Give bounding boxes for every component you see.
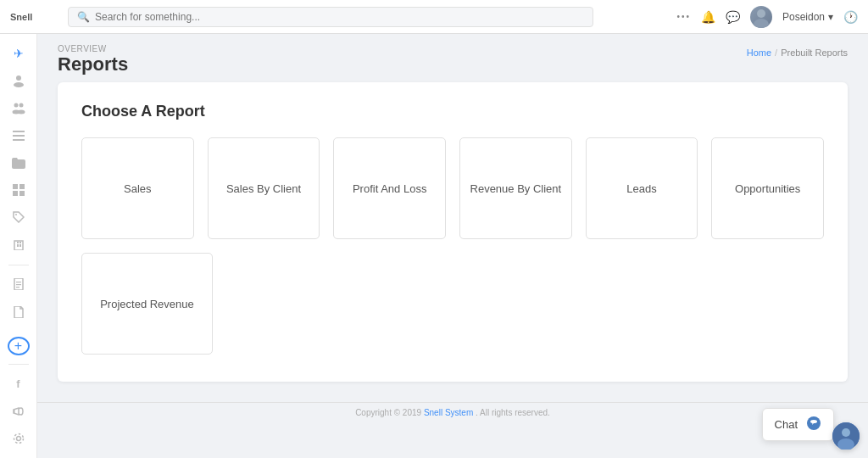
svg-rect-17 (17, 244, 19, 247)
sidebar-item-grid[interactable] (5, 179, 32, 201)
sidebar-item-megaphone[interactable] (5, 400, 32, 422)
svg-point-26 (16, 436, 20, 440)
breadcrumb: Home / Prebuilt Reports (747, 47, 848, 58)
notification-bell-icon[interactable]: 🔔 (701, 10, 715, 24)
sidebar: ✈ + f (0, 34, 37, 458)
choose-title: Choose A Report (81, 103, 824, 120)
report-item-sales-by-client[interactable]: Sales By Client (208, 137, 320, 239)
svg-point-3 (14, 82, 24, 87)
svg-rect-13 (13, 191, 18, 196)
svg-rect-12 (19, 184, 25, 189)
report-card: Choose A Report Sales Sales By Client Pr… (58, 82, 848, 382)
sidebar-item-doc[interactable] (5, 301, 32, 323)
sidebar-divider (8, 265, 29, 265)
report-grid: Sales Sales By Client Profit And Loss Re… (81, 137, 824, 355)
more-options-icon[interactable]: ••• (676, 12, 691, 21)
svg-rect-18 (19, 244, 21, 247)
footer-rights: . All rights reserved. (476, 408, 550, 417)
report-row-1: Sales Sales By Client Profit And Loss Re… (81, 137, 824, 239)
svg-point-15 (15, 214, 17, 215)
report-item-opportunities[interactable]: Opportunities (711, 137, 824, 239)
breadcrumb-current: Prebuilt Reports (781, 47, 848, 58)
search-input[interactable] (95, 11, 584, 23)
breadcrumb-home[interactable]: Home (747, 47, 771, 58)
report-item-projected-revenue[interactable]: Projected Revenue (81, 253, 213, 355)
svg-rect-14 (19, 191, 25, 196)
page-header: OVERVIEW Reports Home / Prebuilt Reports (37, 34, 868, 82)
chat-avatar[interactable] (832, 422, 860, 450)
report-item-sales[interactable]: Sales (81, 137, 194, 239)
sidebar-item-facebook[interactable]: f (5, 373, 32, 395)
chevron-down-icon: ▾ (828, 11, 833, 23)
sidebar-item-list[interactable] (5, 125, 32, 147)
svg-rect-10 (13, 139, 25, 141)
breadcrumb-separator: / (775, 47, 777, 58)
sidebar-item-users[interactable] (5, 97, 32, 119)
overview-label: OVERVIEW (58, 44, 128, 53)
clock-icon[interactable]: 🕐 (843, 10, 858, 24)
svg-rect-23 (16, 284, 21, 285)
svg-point-5 (19, 103, 23, 108)
svg-point-1 (754, 19, 769, 28)
main-content: OVERVIEW Reports Home / Prebuilt Reports… (37, 34, 868, 458)
svg-point-2 (16, 75, 21, 81)
user-menu[interactable]: Poseidon ▾ (782, 11, 833, 23)
report-item-revenue-by-client[interactable]: Revenue By Client (459, 137, 572, 239)
avatar[interactable] (750, 6, 772, 28)
report-item-leads[interactable]: Leads (586, 137, 698, 239)
svg-rect-19 (17, 242, 19, 243)
chat-label: Chat (775, 418, 798, 431)
sidebar-item-user[interactable] (5, 70, 32, 92)
report-row-2: Projected Revenue (81, 253, 824, 355)
svg-rect-9 (13, 135, 25, 137)
svg-point-7 (17, 110, 25, 114)
svg-point-30 (842, 428, 850, 437)
sidebar-item-tag[interactable] (5, 206, 32, 228)
content-area: Choose A Report Sales Sales By Client Pr… (37, 82, 868, 402)
page-title: Reports (58, 53, 128, 75)
logo: Snell (10, 12, 61, 22)
svg-rect-22 (16, 282, 21, 282)
message-icon[interactable]: 💬 (726, 10, 740, 24)
sidebar-item-building[interactable] (5, 233, 32, 255)
svg-rect-20 (19, 242, 21, 243)
add-button[interactable]: + (8, 337, 30, 355)
sidebar-item-settings[interactable] (5, 427, 32, 450)
user-name: Poseidon (782, 11, 825, 23)
svg-point-27 (14, 433, 23, 443)
topnav-actions: ••• 🔔 💬 Poseidon ▾ 🕐 (676, 6, 858, 28)
search-icon: 🔍 (77, 11, 90, 23)
chat-icon (806, 416, 821, 433)
footer: Copyright © 2019 Snell System . All righ… (37, 402, 868, 422)
svg-rect-11 (13, 184, 18, 189)
report-item-profit-and-loss[interactable]: Profit And Loss (333, 137, 446, 239)
sidebar-item-folder[interactable] (5, 152, 32, 174)
svg-point-4 (14, 103, 18, 108)
svg-point-0 (757, 9, 765, 18)
chat-widget[interactable]: Chat (762, 408, 834, 441)
footer-brand[interactable]: Snell System (424, 408, 473, 417)
search-bar[interactable]: 🔍 (68, 7, 593, 27)
sidebar-item-report[interactable] (5, 273, 32, 295)
svg-rect-25 (14, 410, 15, 413)
footer-copyright: Copyright © 2019 (355, 408, 421, 417)
svg-rect-8 (13, 131, 25, 132)
sidebar-item-plane[interactable]: ✈ (5, 42, 32, 64)
top-navigation: Snell 🔍 ••• 🔔 💬 Poseidon ▾ 🕐 (0, 0, 868, 34)
svg-rect-24 (16, 287, 19, 288)
sidebar-divider-2 (8, 364, 29, 365)
